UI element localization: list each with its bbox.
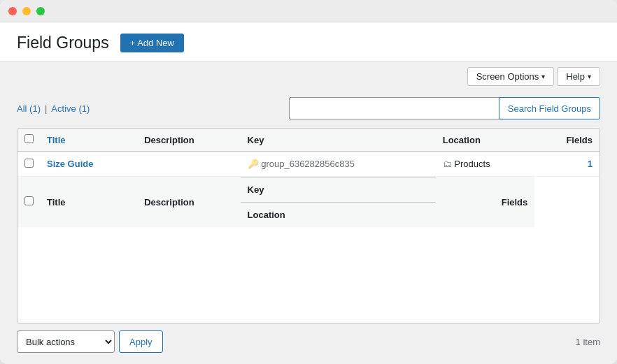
tfoot-select-all-checkbox[interactable] [24,196,34,205]
add-new-button[interactable]: + Add New [120,34,184,52]
app-window: Field Groups + Add New Screen Options ▾ … [0,0,617,364]
th-title[interactable]: Title [40,129,137,152]
th-description: Description [137,129,240,152]
title-bar [0,0,617,22]
location-icon: 🗂 [443,159,452,169]
page-header: Field Groups + Add New [0,22,617,61]
tfoot-location: Location [241,202,436,227]
filter-all-link[interactable]: All (1) [17,103,41,114]
th-location: Location [436,129,535,152]
bulk-actions-area: Bulk actions Apply [17,330,163,353]
row-key: 🔑 group_636282856c835 [241,152,436,177]
table-foot: Title Description Key Location [17,177,600,228]
apply-button[interactable]: Apply [119,330,163,353]
search-area: Search Field Groups [289,97,600,119]
th-key: Key [241,129,436,152]
table-head: Title Description Key Location [17,129,600,152]
row-checkbox[interactable] [24,159,34,168]
row-title: Size Guide [40,152,137,177]
table-row: Size Guide 🔑 group_636282856c835 🗂 [17,152,600,177]
key-icon: 🔑 [248,159,259,169]
item-count: 1 item [576,337,600,347]
filter-bar: All (1) | Active (1) Search Field Groups [17,92,600,128]
field-groups-table: Title Description Key Location [17,129,600,227]
maximize-dot[interactable] [36,7,45,15]
help-button[interactable]: Help ▾ [557,67,600,86]
row-check [17,152,40,177]
close-dot[interactable] [8,7,17,15]
bottom-bar: Bulk actions Apply 1 item [17,323,600,353]
filter-separator: | [45,103,47,114]
top-options-bar: Screen Options ▾ Help ▾ [0,61,617,92]
field-groups-table-wrap: Title Description Key Location [17,128,600,323]
tfoot-key: Key [241,177,436,202]
tfoot-fields: Fields [436,177,535,228]
chevron-down-icon: ▾ [588,73,591,80]
filter-active-link[interactable]: Active (1) [51,103,90,114]
content-area: Field Groups + Add New Screen Options ▾ … [0,22,617,364]
screen-options-button[interactable]: Screen Options ▾ [467,67,555,86]
row-fields: 1 [534,152,600,177]
page-title: Field Groups [17,34,109,52]
th-check [17,129,40,152]
chevron-down-icon: ▾ [541,73,545,80]
field-group-title-link[interactable]: Size Guide [47,159,93,169]
search-input[interactable] [289,97,499,119]
row-description [137,152,240,177]
filter-links: All (1) | Active (1) [17,103,90,114]
minimize-dot[interactable] [22,7,31,15]
th-fields: Fields [534,129,600,152]
tfoot-description: Description [137,177,240,228]
tfoot-check [17,177,40,228]
search-button[interactable]: Search Field Groups [499,97,600,119]
tfoot-title: Title [40,177,137,228]
table-body: Size Guide 🔑 group_636282856c835 🗂 [17,152,600,177]
select-all-checkbox[interactable] [24,134,34,143]
main-body: All (1) | Active (1) Search Field Groups [0,92,617,364]
bulk-actions-select[interactable]: Bulk actions [17,330,115,353]
row-location: 🗂 Products [436,152,535,177]
